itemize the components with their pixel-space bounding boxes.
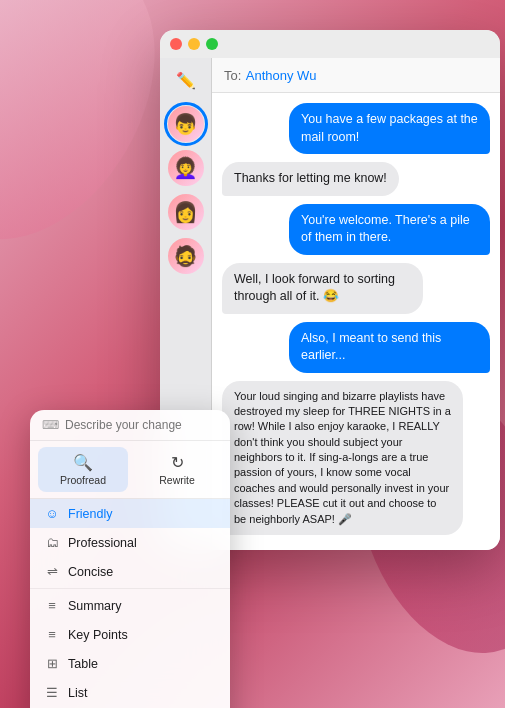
menu-item-friendly[interactable]: ☺ Friendly xyxy=(30,499,230,528)
writing-tools-panel: ⌨ 🔍 Proofread ↻ Rewrite ☺ Friendly 🗂 Pro… xyxy=(30,410,230,708)
chat-header: To: Anthony Wu xyxy=(212,58,500,93)
close-button[interactable] xyxy=(170,38,182,50)
friendly-icon: ☺ xyxy=(44,506,60,521)
rewrite-label: Rewrite xyxy=(159,474,195,486)
summary-icon: ≡ xyxy=(44,598,60,613)
concise-icon: ⇌ xyxy=(44,564,60,579)
menu-item-concise[interactable]: ⇌ Concise xyxy=(30,557,230,586)
minimize-button[interactable] xyxy=(188,38,200,50)
bubble-3: You're welcome. There's a pile of them i… xyxy=(289,204,490,255)
search-icon: ⌨ xyxy=(42,418,59,432)
menu-item-list[interactable]: ☰ List xyxy=(30,678,230,707)
table-icon: ⊞ xyxy=(44,656,60,671)
key-points-label: Key Points xyxy=(68,628,128,642)
professional-label: Professional xyxy=(68,536,137,550)
proofread-label: Proofread xyxy=(60,474,106,486)
divider-1 xyxy=(30,588,230,589)
bubble-4: Well, I look forward to sorting through … xyxy=(222,263,423,314)
tools-toolbar: 🔍 Proofread ↻ Rewrite xyxy=(30,441,230,499)
menu-item-key-points[interactable]: ≡ Key Points xyxy=(30,620,230,649)
contact-avatar-3[interactable]: 👩 xyxy=(168,194,204,230)
summary-label: Summary xyxy=(68,599,121,613)
proofread-button[interactable]: 🔍 Proofread xyxy=(38,447,128,492)
search-bar: ⌨ xyxy=(30,410,230,441)
contact-name: Anthony Wu xyxy=(246,68,317,83)
table-label: Table xyxy=(68,657,98,671)
menu-item-professional[interactable]: 🗂 Professional xyxy=(30,528,230,557)
proofread-icon: 🔍 xyxy=(73,453,93,472)
contact-avatar-2[interactable]: 👩‍🦱 xyxy=(168,150,204,186)
chat-messages: You have a few packages at the mail room… xyxy=(212,93,500,550)
contact-avatar-4[interactable]: 🧔 xyxy=(168,238,204,274)
bubble-5: Also, I meant to send this earlier... xyxy=(289,322,490,373)
describe-change-input[interactable] xyxy=(65,418,218,432)
concise-label: Concise xyxy=(68,565,113,579)
menu-item-summary[interactable]: ≡ Summary xyxy=(30,591,230,620)
title-bar xyxy=(160,30,500,58)
list-icon: ☰ xyxy=(44,685,60,700)
rewrite-icon: ↻ xyxy=(171,453,184,472)
rewrite-button[interactable]: ↻ Rewrite xyxy=(132,447,222,492)
list-label: List xyxy=(68,686,87,700)
key-points-icon: ≡ xyxy=(44,627,60,642)
maximize-button[interactable] xyxy=(206,38,218,50)
contact-avatar-1[interactable]: 👦 xyxy=(168,106,204,142)
menu-item-table[interactable]: ⊞ Table xyxy=(30,649,230,678)
to-label: To: xyxy=(224,68,241,83)
professional-icon: 🗂 xyxy=(44,535,60,550)
bubble-6: Your loud singing and bizarre playlists … xyxy=(222,381,463,536)
bubble-1: You have a few packages at the mail room… xyxy=(289,103,490,154)
friendly-label: Friendly xyxy=(68,507,112,521)
compose-icon[interactable]: ✏️ xyxy=(172,66,200,94)
chat-area: To: Anthony Wu You have a few packages a… xyxy=(212,58,500,550)
bubble-2: Thanks for letting me know! xyxy=(222,162,399,196)
